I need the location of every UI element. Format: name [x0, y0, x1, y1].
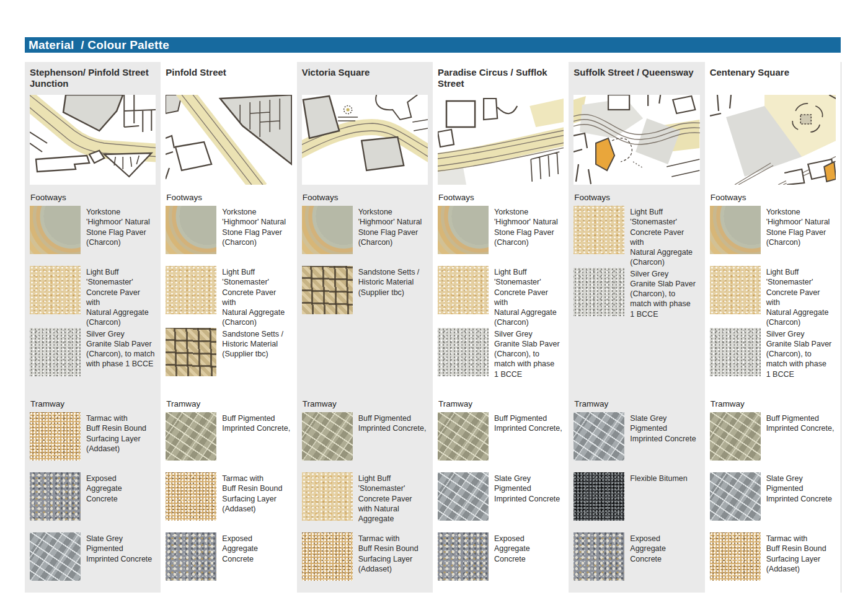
footways-section: Footways Yorkstone 'Highmoor' Natural St… — [710, 193, 836, 399]
tramway-label: Tramway — [711, 399, 836, 408]
material-row: Buff Pigmented Imprinted Concrete, — [302, 412, 428, 472]
material-label: Silver Grey Granite Slab Paver (Charcon)… — [630, 268, 696, 319]
tramway-rows: Buff Pigmented Imprinted Concrete,Slate … — [710, 412, 836, 593]
column-title: Stephenson/ Pinfold Street Junction — [30, 67, 156, 93]
material-row: Silver Grey Granite Slab Paver (Charcon)… — [710, 328, 836, 388]
material-row: Slate Grey Pigmented Imprinted Concrete — [438, 472, 564, 532]
material-row: Exposed Aggregate Concrete — [574, 532, 699, 593]
material-swatch-buff-imprinted — [710, 412, 761, 461]
footways-rows: Yorkstone 'Highmoor' Natural Stone Flag … — [710, 206, 836, 388]
material-swatch-exposed-aggregate — [438, 532, 489, 581]
footways-label: Footways — [711, 193, 836, 202]
footways-rows: Light Buff 'Stonemaster' Concrete Paver … — [574, 206, 699, 328]
material-swatch-slate-grey-imprinted — [30, 532, 81, 581]
material-label: Light Buff 'Stonemaster' Concrete Paver … — [630, 206, 699, 268]
footways-section: Footways Yorkstone 'Highmoor' Natural St… — [30, 193, 156, 399]
footways-label: Footways — [166, 193, 291, 202]
material-row: Silver Grey Granite Slab Paver (Charcon)… — [574, 268, 699, 328]
material-row: Tarmac with Buff Resin Bound Surfacing L… — [302, 532, 428, 593]
tramway-label: Tramway — [303, 399, 428, 408]
tramway-rows: Buff Pigmented Imprinted Concrete,Light … — [302, 412, 428, 593]
material-row: Tarmac with Buff Resin Bound Surfacing L… — [30, 412, 156, 472]
material-swatch-yorkstone — [710, 206, 761, 254]
material-row: Slate Grey Pigmented Imprinted Concrete — [30, 532, 156, 593]
footways-section: Footways Yorkstone 'Highmoor' Natural St… — [166, 193, 291, 399]
material-row: Silver Grey Granite Slab Paver (Charcon)… — [438, 328, 564, 388]
footways-rows: Yorkstone 'Highmoor' Natural Stone Flag … — [166, 206, 291, 388]
tramway-rows: Buff Pigmented Imprinted Concrete,Tarmac… — [166, 412, 291, 593]
material-row: Exposed Aggregate Concrete — [30, 472, 156, 532]
tramway-label: Tramway — [166, 399, 291, 408]
footways-rows: Yorkstone 'Highmoor' Natural Stone Flag … — [302, 206, 428, 326]
material-swatch-silver-grey-granite — [438, 328, 489, 376]
material-swatch-light-buff — [710, 266, 761, 314]
material-label: Exposed Aggregate Concrete — [494, 532, 530, 564]
material-row: Exposed Aggregate Concrete — [438, 532, 564, 593]
material-label: Sandstone Setts / Historic Material (Sup… — [358, 266, 420, 298]
tramway-section: Tramway Buff Pigmented Imprinted Concret… — [166, 399, 291, 593]
material-swatch-tarmac-buff-resin — [302, 532, 353, 581]
tramway-label: Tramway — [574, 399, 699, 408]
material-label: Buff Pigmented Imprinted Concrete, — [358, 412, 427, 434]
material-label: Exposed Aggregate Concrete — [86, 472, 122, 504]
material-swatch-buff-imprinted — [166, 412, 216, 461]
tramway-section: Tramway Buff Pigmented Imprinted Concret… — [710, 399, 836, 593]
material-swatch-sandstone-setts — [302, 266, 353, 314]
material-label: Light Buff 'Stonemaster' Concrete Paver … — [86, 266, 156, 328]
material-swatch-yorkstone — [302, 206, 353, 254]
footways-section: Footways Light Buff 'Stonemaster' Concre… — [574, 193, 699, 399]
material-row: Light Buff 'Stonemaster' Concrete Paver … — [710, 266, 836, 328]
material-row: Yorkstone 'Highmoor' Natural Stone Flag … — [710, 206, 836, 266]
material-label: Yorkstone 'Highmoor' Natural Stone Flag … — [86, 206, 150, 247]
tramway-rows: Buff Pigmented Imprinted Concrete,Slate … — [438, 412, 564, 593]
map-sketch-stephenson-junction — [30, 95, 156, 185]
tramway-label: Tramway — [438, 399, 564, 408]
material-row: Light Buff 'Stonemaster' Concrete Paver … — [438, 266, 564, 328]
tramway-section: Tramway Buff Pigmented Imprinted Concret… — [438, 399, 564, 593]
material-label: Buff Pigmented Imprinted Concrete, — [494, 412, 562, 434]
material-row: Buff Pigmented Imprinted Concrete, — [166, 412, 291, 472]
column-title: Paradise Circus / Sufflok Street — [438, 67, 564, 93]
material-swatch-tarmac-buff-resin — [166, 472, 216, 521]
map-sketch-victoria-square — [302, 95, 428, 185]
material-row: Sandstone Setts / Historic Material (Sup… — [166, 328, 291, 388]
material-label: Exposed Aggregate Concrete — [630, 532, 666, 564]
material-row: Yorkstone 'Highmoor' Natural Stone Flag … — [166, 206, 291, 266]
street-column-paradise-circus: Paradise Circus / Sufflok Street Footway… — [433, 62, 569, 593]
material-row: Tarmac with Buff Resin Bound Surfacing L… — [710, 532, 836, 593]
material-label: Silver Grey Granite Slab Paver (Charcon)… — [86, 328, 154, 369]
tramway-rows: Tarmac with Buff Resin Bound Surfacing L… — [30, 412, 156, 593]
material-row: Light Buff 'Stonemaster' Concrete Paver … — [166, 266, 291, 328]
material-swatch-light-buff — [574, 206, 624, 254]
material-label: Slate Grey Pigmented Imprinted Concrete — [766, 472, 836, 504]
material-swatch-yorkstone — [438, 206, 489, 254]
map-sketch-suffolk-queensway — [574, 95, 699, 185]
material-row: Light Buff 'Stonemaster' Concrete Paver … — [30, 266, 156, 328]
material-swatch-slate-grey-imprinted — [574, 412, 624, 461]
column-title: Centenary Square — [710, 67, 836, 93]
material-label: Buff Pigmented Imprinted Concrete, — [766, 412, 835, 434]
material-swatch-buff-imprinted — [438, 412, 489, 461]
footways-section: Footways Yorkstone 'Highmoor' Natural St… — [302, 193, 428, 399]
material-row: Sandstone Setts / Historic Material (Sup… — [302, 266, 428, 326]
tramway-label: Tramway — [30, 399, 156, 408]
material-row: Slate Grey Pigmented Imprinted Concrete — [574, 412, 699, 472]
material-label: Buff Pigmented Imprinted Concrete, — [222, 412, 290, 434]
material-label: Yorkstone 'Highmoor' Natural Stone Flag … — [766, 206, 830, 247]
material-row: Light Buff 'Stonemaster' Concrete Paver … — [574, 206, 699, 268]
footways-rows: Yorkstone 'Highmoor' Natural Stone Flag … — [438, 206, 564, 388]
material-label: Tarmac with Buff Resin Bound Surfacing L… — [222, 472, 282, 514]
material-label: Tarmac with Buff Resin Bound Surfacing L… — [766, 532, 826, 574]
footways-label: Footways — [438, 193, 564, 202]
material-label: Tarmac with Buff Resin Bound Surfacing L… — [358, 532, 418, 574]
material-label: Light Buff 'Stonemaster' Concrete Paver … — [494, 266, 564, 328]
material-swatch-light-buff — [30, 266, 81, 314]
material-swatch-light-buff — [166, 266, 216, 314]
column-title: Victoria Square — [302, 67, 428, 93]
material-row: Tarmac with Buff Resin Bound Surfacing L… — [166, 472, 291, 532]
material-row: Silver Grey Granite Slab Paver (Charcon)… — [30, 328, 156, 388]
material-label: Light Buff 'Stonemaster' Concrete Paver … — [766, 266, 836, 328]
material-row: Slate Grey Pigmented Imprinted Concrete — [710, 472, 836, 532]
material-swatch-exposed-aggregate — [30, 472, 81, 521]
material-row: Buff Pigmented Imprinted Concrete, — [710, 412, 836, 472]
